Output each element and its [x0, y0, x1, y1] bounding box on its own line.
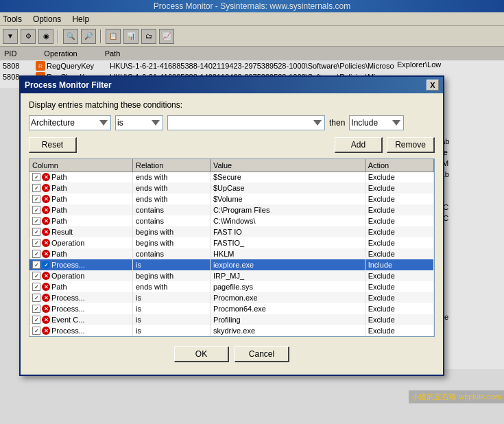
cell-relation: is — [133, 303, 211, 314]
cell-action: Exclude — [365, 204, 433, 215]
cancel-button[interactable]: Cancel — [235, 346, 289, 362]
cell-column: Path — [29, 193, 133, 204]
table-row[interactable]: Operationbegins withFASTIO_Exclude — [29, 237, 434, 248]
add-remove-buttons: Add Remove — [335, 137, 435, 153]
remove-button[interactable]: Remove — [387, 137, 435, 153]
cell-value: System — [210, 336, 365, 337]
cell-action: Exclude — [365, 270, 433, 281]
cell-action: Exclude — [365, 237, 433, 248]
row-checkbox[interactable] — [32, 316, 40, 324]
table-row[interactable]: Process...isProcmon64.exeExclude — [29, 303, 434, 314]
cell-relation: contains — [133, 215, 211, 226]
cell-action: Include — [365, 259, 433, 270]
cell-action: Exclude — [365, 303, 433, 314]
col-header-relation[interactable]: Relation — [133, 159, 211, 172]
table-row[interactable]: Pathends with$UpCaseExclude — [29, 182, 434, 193]
dialog-description: Display entries matching these condition… — [29, 100, 435, 110]
cell-relation: is — [133, 325, 211, 336]
row-checkbox[interactable] — [32, 250, 40, 258]
cell-column-text: Path — [51, 283, 67, 291]
table-row[interactable]: Pathends with$SecureExclude — [29, 172, 434, 182]
cell-value: FASTIO_ — [210, 237, 365, 248]
cell-value: pagefile.sys — [210, 281, 365, 292]
row-checkbox[interactable] — [32, 239, 40, 247]
cell-column: Operation — [29, 237, 133, 248]
column-selector[interactable]: Architecture Process Name PID Path Resul… — [29, 115, 111, 130]
cell-relation: begins with — [133, 226, 211, 237]
exclude-icon — [42, 316, 50, 324]
row-checkbox[interactable] — [32, 184, 40, 192]
cell-action: Exclude — [365, 281, 433, 292]
cell-column: Path — [29, 281, 133, 292]
cell-column-text: Operation — [51, 239, 84, 247]
row-checkbox[interactable] — [32, 206, 40, 214]
exclude-icon — [42, 173, 50, 181]
row-checkbox[interactable] — [32, 305, 40, 313]
relation-selector[interactable]: is is not contains begins with ends with — [115, 115, 163, 130]
include-selector[interactable]: Include Exclude — [349, 115, 404, 130]
cell-column-text: Result — [51, 228, 73, 236]
table-row[interactable]: Operationbegins withIRP_MJ_Exclude — [29, 270, 434, 281]
cell-relation: begins with — [133, 270, 211, 281]
row-checkbox[interactable] — [32, 228, 40, 236]
cell-action: Exclude — [365, 325, 433, 336]
exclude-icon — [42, 272, 50, 280]
col-header-value[interactable]: Value — [210, 159, 365, 172]
cell-column: Operation — [29, 270, 133, 281]
cell-action: Exclude — [365, 182, 433, 193]
exclude-icon — [42, 250, 50, 258]
ok-button[interactable]: OK — [174, 346, 229, 362]
cell-relation: contains — [133, 248, 211, 259]
cell-column-text: Process... — [51, 261, 85, 269]
filter-table-container[interactable]: Column Relation Value Action Pathends wi… — [29, 158, 435, 337]
row-checkbox[interactable] — [32, 195, 40, 203]
row-checkbox[interactable] — [32, 327, 40, 335]
cell-value: HKLM — [210, 248, 365, 259]
cell-action: Exclude — [365, 336, 433, 337]
cell-column: Result — [29, 226, 133, 237]
value-selector[interactable] — [167, 115, 325, 130]
col-header-column[interactable]: Column — [29, 159, 133, 172]
table-row[interactable]: PathcontainsC:\Program FilesExclude — [29, 204, 434, 215]
cell-column-text: Path — [51, 217, 67, 225]
cell-action: Exclude — [365, 292, 433, 303]
row-checkbox[interactable] — [32, 283, 40, 291]
cell-action: Exclude — [365, 226, 433, 237]
cell-action: Exclude — [365, 193, 433, 204]
dialog-close-button[interactable]: X — [427, 80, 439, 91]
cell-column-text: Process... — [51, 294, 85, 302]
cell-column: Event C... — [29, 314, 133, 325]
cell-column: Path — [29, 204, 133, 215]
row-checkbox[interactable] — [32, 261, 40, 269]
table-row[interactable]: Pathends withpagefile.sysExclude — [29, 281, 434, 292]
exclude-icon — [42, 184, 50, 192]
cell-value: $Volume — [210, 193, 365, 204]
table-row[interactable]: Process...isProcmon.exeExclude — [29, 292, 434, 303]
row-checkbox[interactable] — [32, 272, 40, 280]
table-row[interactable]: PathcontainsC:\Windows\Exclude — [29, 215, 434, 226]
table-row[interactable]: Resultbegins withFAST IOExclude — [29, 226, 434, 237]
include-icon — [42, 261, 50, 269]
reset-button[interactable]: Reset — [29, 137, 77, 153]
buttons-row: Reset Add Remove — [29, 137, 435, 153]
cell-value: Procmon64.exe — [210, 303, 365, 314]
row-checkbox[interactable] — [32, 173, 40, 181]
table-row[interactable]: PathcontainsHKLMExclude — [29, 248, 434, 259]
table-row[interactable]: Process...isiexplore.exeInclude — [29, 259, 434, 270]
cell-action: Exclude — [365, 314, 433, 325]
cell-relation: is — [133, 259, 211, 270]
filter-condition-row: Architecture Process Name PID Path Resul… — [29, 115, 435, 130]
cell-value: C:\Program Files — [210, 204, 365, 215]
col-header-action[interactable]: Action — [365, 159, 433, 172]
cell-relation: is — [133, 336, 211, 337]
table-row[interactable]: Process...isSystemExclude — [29, 336, 434, 337]
table-row[interactable]: Pathends with$VolumeExclude — [29, 193, 434, 204]
row-checkbox[interactable] — [32, 294, 40, 302]
exclude-icon — [42, 217, 50, 225]
table-row[interactable]: Process...isskydrive.exeExclude — [29, 325, 434, 336]
watermark: 小猪的左右格 wbpluto.com — [409, 390, 504, 403]
cell-column-text: Process... — [51, 327, 85, 335]
row-checkbox[interactable] — [32, 217, 40, 225]
add-button[interactable]: Add — [335, 137, 383, 153]
table-row[interactable]: Event C...isProfilingExclude — [29, 314, 434, 325]
